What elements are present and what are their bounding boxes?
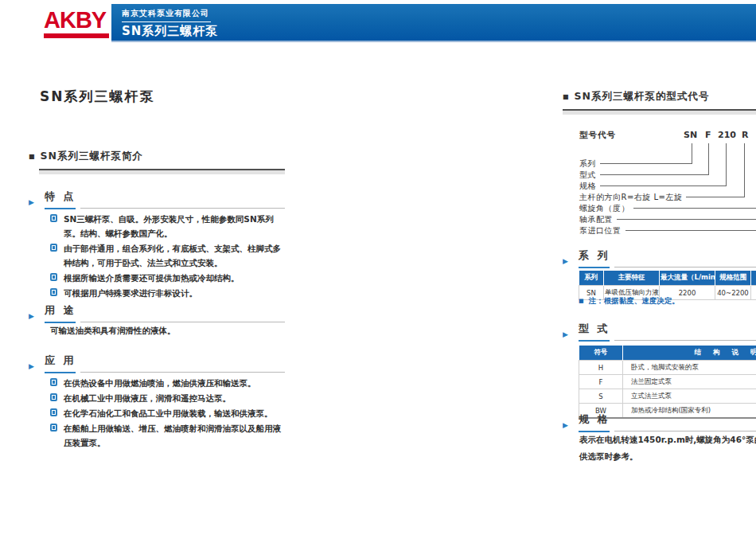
subsection-type-header: ▶ 型 式 [563,322,756,342]
arrow-icon: ▶ [29,313,34,320]
section-model-code-title: SN系列三螺杆泵的型式代号 [575,90,710,103]
spec-label: 规 格 [579,412,610,432]
subsection-features-header: ▶ 特 点 [29,189,285,209]
arrow-icon: ▶ [563,258,568,265]
bullet-icon [50,393,57,401]
col-header: 最大流量（L/min） [660,271,715,286]
code-field-row: 系列 [579,158,692,169]
code-field-row: 规格 [579,181,727,191]
code-field-label: 轴承配置 [579,214,613,225]
type-label: 型 式 [579,322,610,342]
col-header: 结 构 说 明 [623,346,756,361]
series-label: 系 列 [579,248,610,268]
leader-line [625,230,756,231]
list-item: 根据所输送介质需要还可提供加热或冷却结构。 [50,271,285,285]
code-field-row: 螺旋角（度） [579,203,756,213]
spec-text-line: 供选泵时参考。 [579,448,756,465]
akby-logo: AKBY [44,7,111,38]
col-header: 主要特征 [604,271,660,286]
code-field-label: 主杆的方向R=右旋 L=左旋 [579,192,682,203]
leader-line [633,208,756,209]
square-bullet-icon: ■ [563,94,570,100]
banner-divider-line [122,21,211,22]
code-field-label: 系列 [579,158,596,170]
bullet-icon [50,273,57,281]
cell: H [579,361,623,375]
list-item: 在供热设备中用做燃油喷油，燃油供液压和输送泵。 [50,376,285,390]
code-field-label: 螺旋角（度） [579,203,629,214]
leader-line [744,143,745,197]
bullet-icon [50,408,57,416]
code-field-label: 规格 [579,181,596,192]
leader-line [600,174,709,175]
subsection-usage-header: ▶ 用 途 [29,303,285,323]
model-code-label: 型号代号 [579,130,616,141]
col-header: 最 [751,271,756,286]
series-note: ■ 注：根据黏度、速度决定。 [579,296,680,307]
subsection-rule [80,322,285,322]
subsection-rule [614,267,756,268]
feature-text: 根据所输送介质需要还可提供加热或冷却结构。 [64,271,240,285]
cell: S [579,389,623,404]
section-model-code-header: ■ SN系列三螺杆泵的型式代号 [563,90,756,115]
col-header: 规格范围 [715,271,751,286]
leader-line [726,143,727,186]
section-intro-title: SN系列三螺杆泵简介 [41,150,143,163]
bullet-icon [50,424,57,432]
akby-logo-text: AKBY [44,7,111,33]
list-item: 在船舶上用做输送、增压、燃油喷射和润滑油泵以及船用液压装置泵。 [50,421,285,450]
bullet-icon [50,288,57,296]
model-code-value: 210 [718,130,736,140]
table-row: F 法兰固定式泵 [579,375,756,389]
feature-text: 由于部件通用，组合系列化，有底板式、支架式、柱脚式多种结构，可用于卧式、法兰式和… [64,241,285,270]
subsection-spec-header: ▶ 规 格 [563,412,756,432]
subsection-rule [614,340,756,341]
leader-line [600,163,692,164]
col-header: 系列 [579,271,604,286]
table-row: H 卧式，地脚式安装的泵 [579,361,756,375]
arrow-icon: ▶ [563,331,568,338]
left-column: SN系列三螺杆泵 ■ SN系列三螺杆泵简介 ▶ 特 点 SN三螺杆泵、自吸。外形… [29,80,285,525]
code-field-label: 型式 [579,170,596,181]
list-item: 在机械工业中用做液压，润滑和遥控马达泵。 [50,391,285,405]
applications-label: 应 用 [45,353,76,373]
leader-line [617,219,756,220]
model-code-value: F [705,130,711,140]
col-header: 符号 [579,346,623,361]
list-item: 在化学石油化工和食品工业中用做装载，输送和供液泵。 [50,406,285,420]
code-field-row: 泵进口位置 [579,225,756,236]
right-column: ■ SN系列三螺杆泵的型式代号 型号代号 SN F 210 R 系列 型式 规格 [563,0,756,535]
subsection-rule [80,372,285,373]
arrow-icon: ▶ [29,363,34,370]
list-item: 可根据用户特殊要求进行非标设计。 [50,286,285,300]
cell: 立式法兰式泵 [623,389,756,404]
cell [751,286,756,300]
company-name: 南京艾科泵业有限公司 [122,8,218,19]
bullet-icon [50,214,57,222]
section-rule [563,109,756,115]
code-field-label: 泵进口位置 [579,225,622,236]
catalog-page: AKBY 南京艾科泵业有限公司 SN系列三螺杆泵 SN系列三螺杆泵 ■ SN系列… [0,0,756,535]
code-field-row: 型式 [579,170,709,180]
section-rule [39,169,285,174]
code-field-row: 主杆的方向R=右旋 L=左旋 [579,192,745,202]
square-bullet-icon: ■ [29,154,36,160]
type-table: 符号 结 构 说 明 H 卧式，地脚式安装的泵 F 法兰固定式泵 S 立式法兰式… [579,346,756,419]
model-code-value: R [742,130,748,140]
applications-list: 在供热设备中用做燃油喷油，燃油供液压和输送泵。 在机械工业中用做液压，润滑和遥控… [50,376,285,451]
arrow-icon: ▶ [563,422,568,429]
features-label: 特 点 [45,189,76,209]
application-text: 在船舶上用做输送、增压、燃油喷射和润滑油泵以及船用液压装置泵。 [64,421,285,450]
leader-line [686,197,745,197]
bullet-icon [50,378,57,386]
arrow-icon: ▶ [29,199,34,206]
feature-text: 可根据用户特殊要求进行非标设计。 [64,286,197,300]
list-item: 由于部件通用，组合系列化，有底板式、支架式、柱脚式多种结构，可用于卧式、法兰式和… [50,241,285,270]
feature-text: SN三螺杆泵、自吸。外形安装尺寸，性能参数同SN系列泵。结构、螺杆参数国产化。 [64,212,285,240]
usage-label: 用 途 [45,303,76,323]
cell: 卧式，地脚式安装的泵 [623,361,756,375]
spec-text: 表示在电机转速1450r.p.m时,螺旋角为46°泵的理论流量(L 供选泵时参考… [579,432,756,465]
page-title: SN系列三螺杆泵 [40,88,154,106]
leader-line [600,185,727,186]
subsection-series-header: ▶ 系 列 [563,248,756,268]
